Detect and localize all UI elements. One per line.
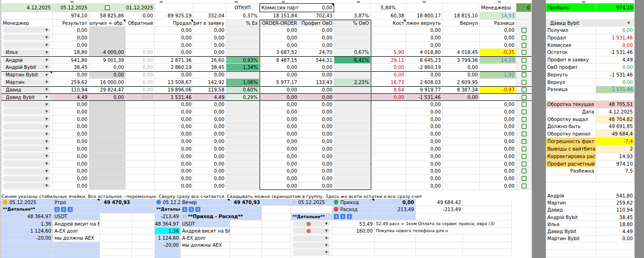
data-cell[interactable] [480, 93, 516, 101]
data-cell[interactable]: 0,00 [299, 145, 334, 153]
row-checkbox[interactable] [521, 168, 527, 174]
outflow-total-cell[interactable]: -213,49 [416, 206, 463, 213]
data-cell[interactable] [443, 34, 480, 42]
checkbox-cell[interactable] [516, 79, 532, 86]
total-cell[interactable]: 58 825,86 [89, 12, 126, 20]
ranking-manager-value[interactable]: 18,80 [596, 221, 635, 228]
data-cell[interactable]: 0,00 [53, 182, 89, 190]
data-cell[interactable]: 0,67% [334, 49, 371, 56]
checkbox-cell[interactable] [516, 116, 532, 123]
checkbox-cell[interactable] [516, 182, 532, 190]
data-cell[interactable]: 0,29% [226, 93, 260, 101]
data-cell[interactable] [126, 108, 155, 116]
data-cell[interactable]: 0,00 [193, 34, 226, 42]
manager-cell[interactable]: ▼ [1, 145, 53, 153]
data-cell[interactable]: 0,00 [299, 182, 334, 190]
data-cell[interactable] [126, 123, 155, 131]
total-cell[interactable]: 0,37% [226, 12, 260, 20]
data-cell[interactable]: 8 487,15 [260, 56, 299, 64]
morning-line-label[interactable]: A-EX долг [53, 228, 100, 235]
manager-cell[interactable]: ▼ [1, 138, 53, 145]
row-checkbox[interactable] [521, 58, 527, 63]
morning-line-value[interactable]: -20,00 [1, 235, 53, 242]
empty-cell[interactable] [334, 3, 371, 12]
column-header[interactable]: Профит ОвО [299, 20, 334, 27]
checkbox-cell[interactable] [516, 123, 532, 131]
data-cell[interactable]: 0,00 [193, 42, 226, 49]
manager-dropdown[interactable]: ▼ [3, 183, 51, 189]
manager-cell[interactable]: Мартин▼ [1, 79, 53, 86]
data-cell[interactable]: 4,49 [193, 93, 226, 101]
outflow-value-cell[interactable]: 213,49 [375, 206, 416, 213]
data-cell[interactable]: 24,70 [299, 49, 334, 56]
data-cell[interactable]: 0,00 [155, 116, 193, 123]
evening-line-label[interactable]: мы должны AEX [181, 242, 230, 249]
data-cell[interactable] [334, 145, 371, 153]
row-checkbox[interactable] [521, 154, 527, 159]
data-cell[interactable]: 0,00 [406, 138, 443, 145]
row-checkbox[interactable] [521, 117, 527, 122]
total-cell[interactable]: 702,43 [299, 12, 334, 20]
data-cell[interactable]: 18,80 [53, 49, 89, 56]
entry-type-dropdown[interactable]: ▼ [292, 243, 330, 248]
data-cell[interactable]: 110,94 [53, 86, 89, 94]
data-cell[interactable]: 0,00 [53, 175, 89, 182]
data-cell[interactable]: 0,00 [53, 116, 89, 123]
data-cell[interactable] [443, 138, 480, 145]
data-cell[interactable]: 8 387,34 [443, 86, 480, 94]
data-cell[interactable]: 0,00 [193, 167, 226, 175]
total-cell[interactable]: 0,00 [126, 12, 155, 20]
manager-dropdown[interactable]: Мартин▼ [3, 79, 51, 85]
entry-type-dropdown[interactable]: ▼ [292, 221, 330, 227]
data-cell[interactable]: 142,92 [193, 79, 226, 86]
manager-cell[interactable]: ▼ [1, 160, 53, 168]
data-cell[interactable] [371, 160, 406, 168]
data-cell[interactable]: 16,73 [371, 79, 406, 86]
data-cell[interactable] [226, 153, 260, 160]
data-cell[interactable]: 0,00 [155, 101, 193, 108]
morning-line-label[interactable]: Андрей висит на ББ [53, 220, 100, 228]
data-cell[interactable]: 4 018,45 [443, 49, 480, 56]
evening-line-value[interactable]: 1,36 [155, 228, 181, 235]
data-cell[interactable] [443, 153, 480, 160]
data-cell[interactable] [226, 167, 260, 175]
managers-label-cell[interactable]: Менеджеры [480, 3, 516, 12]
data-cell[interactable]: 0,00 [126, 64, 155, 71]
manager-cell[interactable]: ▼ [1, 182, 53, 190]
empty-cell[interactable] [193, 3, 226, 12]
evening-line-value[interactable]: 1 124,60 [155, 235, 181, 242]
data-cell[interactable] [334, 153, 371, 160]
data-cell[interactable]: 0,00 [260, 130, 299, 138]
manager-cell[interactable]: Андрій Bybit▼ [1, 64, 53, 71]
data-cell[interactable] [334, 101, 371, 108]
download-icon[interactable]: ↓ [334, 214, 339, 219]
manager-cell[interactable]: Давид▼ [1, 86, 53, 94]
data-cell[interactable] [226, 123, 260, 131]
data-cell[interactable] [443, 175, 480, 182]
rate-cell[interactable]: 5,84% [371, 3, 406, 12]
manager-dropdown[interactable]: ▼ [3, 168, 51, 174]
data-cell[interactable]: 0,00 [155, 130, 193, 138]
row-checkbox[interactable] [521, 146, 527, 152]
row-checkbox[interactable] [105, 5, 110, 10]
data-cell[interactable] [371, 34, 406, 42]
manager-cell[interactable]: Андрій▼ [1, 56, 53, 64]
manager-dropdown[interactable]: Мартин Bybit▼ [3, 72, 51, 78]
manager-cell[interactable]: Давид Bybit▼ [1, 93, 53, 101]
data-cell[interactable]: 0,00 [480, 138, 516, 145]
data-cell[interactable]: 0,00 [155, 108, 193, 116]
manager-cell[interactable]: ▼ [1, 123, 53, 131]
manager-cell[interactable]: Мартин Bybit▼ [1, 71, 53, 79]
sidebar-stat-value[interactable]: 974,10 [596, 160, 635, 168]
manager-cell[interactable]: ▼ [1, 167, 53, 175]
row-checkbox[interactable] [521, 28, 527, 33]
sidebar-item-value[interactable]: 0,00 [596, 64, 635, 71]
download-icon[interactable]: ↓ [347, 214, 352, 219]
entry-dropdown-cell[interactable]: ▼ [291, 249, 332, 256]
data-cell[interactable]: 0,00 [406, 101, 443, 108]
checkbox-cell[interactable] [516, 145, 532, 153]
download-icon[interactable]: ↓ [340, 214, 345, 219]
data-cell[interactable] [371, 175, 406, 182]
data-cell[interactable]: 0,00 [155, 42, 193, 49]
data-cell[interactable]: 0,00 [155, 27, 193, 34]
